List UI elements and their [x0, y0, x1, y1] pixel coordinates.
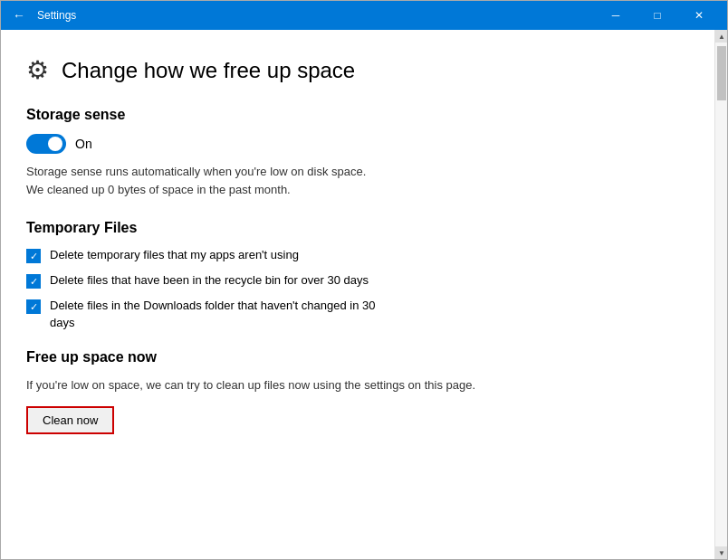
toggle-thumb [48, 137, 62, 151]
gear-icon: ⚙ [26, 55, 49, 85]
scrollbar: ▲ ▼ [714, 30, 727, 559]
window-controls: ─ □ ✕ [595, 1, 720, 30]
checkbox-item-1: ✓ Delete temporary files that my apps ar… [26, 247, 685, 263]
scrollbar-track [715, 43, 727, 546]
checkbox-item-3: ✓ Delete files in the Downloads folder t… [26, 298, 685, 330]
toggle-row: On [26, 134, 685, 154]
scrollbar-up-button[interactable]: ▲ [715, 30, 727, 43]
page-header: ⚙ Change how we free up space [26, 55, 685, 85]
free-up-space-title: Free up space now [26, 349, 685, 365]
back-button[interactable]: ← [8, 5, 30, 26]
toggle-track [26, 134, 66, 154]
scrollbar-thumb[interactable] [717, 46, 726, 100]
free-up-space-description: If you're low on space, we can try to cl… [26, 376, 685, 394]
checkbox-1[interactable]: ✓ [26, 249, 41, 263]
main-content: ⚙ Change how we free up space Storage se… [1, 30, 714, 559]
free-up-space-section: Free up space now If you're low on space… [26, 349, 685, 435]
minimize-button[interactable]: ─ [595, 1, 637, 30]
checkbox-label-2: Delete files that have been in the recyc… [50, 272, 369, 289]
temporary-files-section: Temporary Files ✓ Delete temporary files… [26, 220, 685, 331]
clean-now-button[interactable]: Clean now [26, 406, 114, 434]
temporary-files-title: Temporary Files [26, 220, 685, 236]
content-area: ⚙ Change how we free up space Storage se… [1, 30, 727, 559]
toggle-label: On [75, 137, 92, 151]
close-button[interactable]: ✕ [678, 1, 720, 30]
checkbox-2[interactable]: ✓ [26, 274, 41, 289]
storage-sense-section: Storage sense On Storage sense runs auto… [26, 107, 685, 198]
storage-sense-toggle[interactable] [26, 134, 66, 154]
settings-window: ← Settings ─ □ ✕ ⚙ Change how we free up… [0, 0, 728, 560]
checkbox-3[interactable]: ✓ [26, 299, 41, 314]
maximize-button[interactable]: □ [637, 1, 678, 30]
scrollbar-down-button[interactable]: ▼ [715, 546, 727, 559]
checkbox-item-2: ✓ Delete files that have been in the rec… [26, 272, 685, 289]
window-title: Settings [37, 9, 595, 22]
checkbox-label-3: Delete files in the Downloads folder tha… [50, 298, 376, 330]
checkbox-label-1: Delete temporary files that my apps aren… [50, 247, 299, 263]
storage-sense-title: Storage sense [26, 107, 685, 123]
storage-sense-description: Storage sense runs automatically when yo… [26, 163, 685, 198]
title-bar: ← Settings ─ □ ✕ [1, 1, 727, 30]
page-title: Change how we free up space [62, 58, 355, 83]
